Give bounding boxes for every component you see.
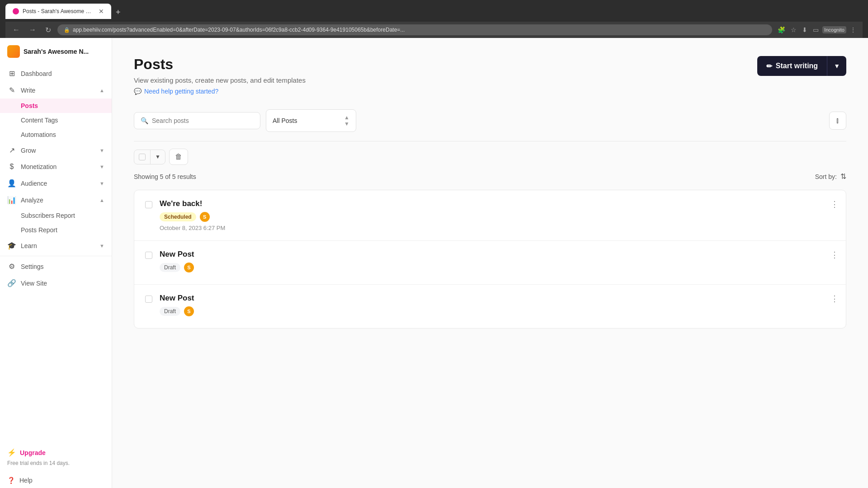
checkbox-group: ▼ bbox=[134, 150, 165, 164]
page-subtitle: View existing posts, create new posts, a… bbox=[134, 76, 306, 84]
post-checkbox[interactable] bbox=[145, 201, 152, 208]
filters-row: 🔍 All Posts ▲▼ ⫿ bbox=[134, 109, 846, 132]
help-link-text: Need help getting started? bbox=[144, 88, 218, 95]
chevron-up-icon: ▲ bbox=[99, 197, 104, 203]
avatar: S bbox=[184, 263, 194, 272]
extensions-icon[interactable]: 🧩 bbox=[776, 25, 787, 34]
sidebar-item-monetization[interactable]: $ Monetization ▼ bbox=[0, 159, 112, 175]
post-info: New Post Draft S bbox=[160, 250, 837, 275]
sidebar-item-posts-report[interactable]: Posts Report bbox=[0, 223, 112, 237]
active-tab[interactable]: Posts - Sarah's Awesome Newsl... ✕ bbox=[5, 4, 111, 19]
sidebar-item-dashboard[interactable]: ⊞ Dashboard bbox=[0, 65, 112, 82]
sidebar-item-posts[interactable]: Posts bbox=[0, 99, 112, 113]
post-tags: Scheduled S bbox=[160, 212, 837, 222]
sidebar-item-label: Dashboard bbox=[21, 70, 52, 77]
dashboard-icon: ⊞ bbox=[7, 69, 16, 78]
sidebar-item-label: Audience bbox=[21, 180, 47, 187]
sidebar-item-automations[interactable]: Automations bbox=[0, 127, 112, 142]
monetization-icon: $ bbox=[7, 163, 16, 171]
back-button[interactable]: ← bbox=[10, 25, 23, 35]
browser-tabs: Posts - Sarah's Awesome Newsl... ✕ + bbox=[5, 4, 863, 19]
chevron-down-icon: ▼ bbox=[99, 243, 104, 249]
forward-button[interactable]: → bbox=[26, 25, 39, 35]
bookmark-icon[interactable]: ☆ bbox=[789, 25, 798, 34]
column-filter-button[interactable]: ⫿ bbox=[829, 112, 846, 130]
divider bbox=[134, 141, 846, 141]
post-info: New Post Draft S bbox=[160, 294, 837, 319]
sidebar-sub-item-label: Content Tags bbox=[21, 117, 58, 124]
start-writing-button[interactable]: ✏ Start writing ▼ bbox=[757, 56, 846, 76]
tab-favicon bbox=[13, 8, 19, 14]
sidebar-item-view-site[interactable]: 🔗 View Site bbox=[0, 275, 112, 291]
upgrade-button[interactable]: ⚡ Upgrade bbox=[7, 448, 104, 457]
results-count: Showing 5 of 5 results bbox=[134, 173, 196, 180]
chevron-up-icon: ▲ bbox=[99, 88, 104, 93]
table-row[interactable]: New Post Draft S ⋮ bbox=[134, 285, 846, 328]
start-writing-chevron[interactable]: ▼ bbox=[827, 56, 846, 76]
sidebar-item-label: Learn bbox=[21, 242, 37, 249]
tab-close-button[interactable]: ✕ bbox=[99, 8, 104, 15]
download-icon[interactable]: ⬇ bbox=[800, 25, 809, 34]
search-input[interactable] bbox=[152, 117, 254, 124]
search-box[interactable]: 🔍 bbox=[134, 112, 260, 129]
browser-chrome: Posts - Sarah's Awesome Newsl... ✕ + ← →… bbox=[0, 0, 868, 38]
start-writing-label: Start writing bbox=[776, 62, 818, 70]
sidebar-item-grow[interactable]: ↗ Grow ▼ bbox=[0, 142, 112, 159]
post-title: We're back! bbox=[160, 199, 837, 208]
sidebar-item-subscribers-report[interactable]: Subscribers Report bbox=[0, 208, 112, 223]
post-checkbox[interactable] bbox=[145, 252, 152, 259]
sidebar-item-help[interactable]: ❓ Help bbox=[0, 473, 112, 488]
status-badge: Scheduled bbox=[160, 212, 196, 221]
checkbox-input[interactable] bbox=[139, 154, 146, 160]
sidebar-site-name: Sarah's Awesome N... bbox=[24, 48, 89, 55]
posts-list: We're back! Scheduled S October 8, 2023 … bbox=[134, 190, 846, 328]
post-menu-button[interactable]: ⋮ bbox=[830, 294, 839, 304]
sidebar-item-settings[interactable]: ⚙ Settings bbox=[0, 258, 112, 275]
help-link[interactable]: 💬 Need help getting started? bbox=[134, 88, 306, 95]
sidebar-item-label: Settings bbox=[21, 263, 44, 270]
start-writing-main: ✏ Start writing bbox=[757, 56, 827, 76]
select-all-checkbox[interactable] bbox=[134, 150, 151, 164]
filter-select[interactable]: All Posts ▲▼ bbox=[266, 109, 356, 132]
sort-icon[interactable]: ⇅ bbox=[840, 172, 846, 181]
results-row: Showing 5 of 5 results Sort by: ⇅ bbox=[134, 172, 846, 181]
more-icon[interactable]: ⋮ bbox=[848, 25, 858, 34]
reload-button[interactable]: ↻ bbox=[42, 25, 54, 35]
main-content: Posts View existing posts, create new po… bbox=[112, 38, 868, 488]
page-title: Posts bbox=[134, 56, 306, 73]
address-bar[interactable]: 🔒 app.beehiiv.com/posts?advancedEnabled=… bbox=[57, 24, 772, 35]
post-menu-button[interactable]: ⋮ bbox=[830, 250, 839, 260]
sidebar-item-audience[interactable]: 👤 Audience ▼ bbox=[0, 175, 112, 192]
app-layout: Sarah's Awesome N... ⊞ Dashboard ✎ Write… bbox=[0, 38, 868, 488]
select-dropdown-button[interactable]: ▼ bbox=[151, 150, 165, 164]
settings-icon: ⚙ bbox=[7, 262, 16, 271]
delete-button[interactable]: 🗑 bbox=[169, 149, 188, 165]
sidebar: Sarah's Awesome N... ⊞ Dashboard ✎ Write… bbox=[0, 38, 112, 488]
browser-toolbar: ← → ↻ 🔒 app.beehiiv.com/posts?advancedEn… bbox=[5, 22, 863, 38]
sidebar-item-label: View Site bbox=[21, 280, 47, 287]
lock-icon: 🔒 bbox=[64, 27, 70, 33]
help-link-icon: 💬 bbox=[134, 88, 142, 95]
pencil-icon: ✏ bbox=[766, 62, 772, 70]
table-row[interactable]: New Post Draft S ⋮ bbox=[134, 241, 846, 285]
upgrade-label: Upgrade bbox=[20, 449, 46, 456]
post-menu-button[interactable]: ⋮ bbox=[830, 199, 839, 209]
table-row[interactable]: We're back! Scheduled S October 8, 2023 … bbox=[134, 190, 846, 241]
address-url: app.beehiiv.com/posts?advancedEnabled=0&… bbox=[73, 27, 405, 33]
post-checkbox[interactable] bbox=[145, 296, 152, 303]
sort-arrows-icon: ▲▼ bbox=[344, 114, 349, 127]
device-icon[interactable]: ▭ bbox=[811, 25, 821, 34]
avatar: S bbox=[184, 306, 194, 316]
sidebar-sub-item-label: Posts bbox=[21, 102, 38, 109]
sidebar-item-learn[interactable]: 🎓 Learn ▼ bbox=[0, 237, 112, 254]
grow-icon: ↗ bbox=[7, 146, 16, 155]
sidebar-item-write[interactable]: ✎ Write ▲ bbox=[0, 82, 112, 99]
sidebar-sub-item-label: Automations bbox=[21, 131, 56, 138]
incognito-badge: Incognito bbox=[822, 26, 846, 33]
sidebar-item-label: Analyze bbox=[21, 197, 43, 204]
sidebar-item-analyze[interactable]: 📊 Analyze ▲ bbox=[0, 192, 112, 208]
sidebar-item-content-tags[interactable]: Content Tags bbox=[0, 113, 112, 127]
new-tab-button[interactable]: + bbox=[112, 6, 124, 19]
search-icon: 🔍 bbox=[141, 117, 148, 124]
sidebar-divider bbox=[0, 256, 112, 256]
